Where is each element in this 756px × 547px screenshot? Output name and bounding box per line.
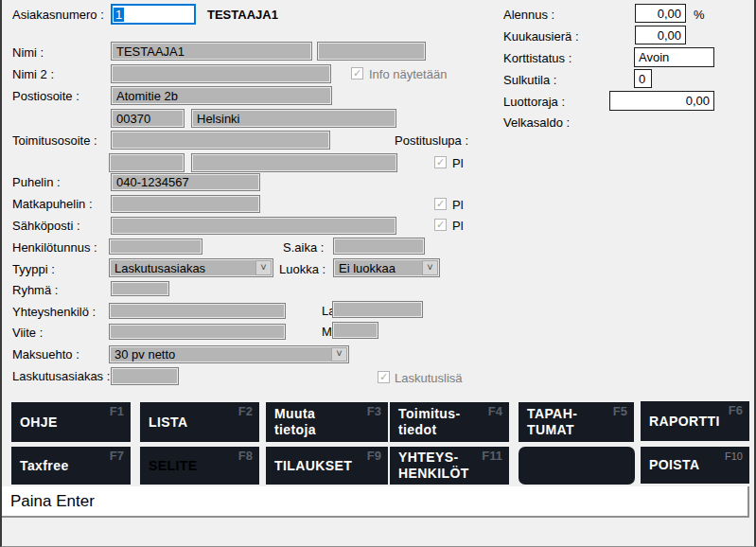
checkbox-check-icon: ✓ [353,67,361,79]
nimi-input[interactable]: TESTAAJA1 [111,42,312,61]
maksuehto-label: Maksuehto : [12,347,79,362]
kuukausiera-input[interactable]: 0,00 [635,26,686,44]
postituslupa-label: Postituslupa : [395,133,468,148]
button-label: SELITE [149,458,197,474]
checkbox-check-icon: ✓ [436,156,445,168]
fkey-badge: F5 [613,405,627,418]
fkey-badge: F4 [488,405,502,418]
fkey-badge: F8 [238,450,253,463]
customer-form-window: Asiakasnumero : 1 TESTAAJA1 Alennus : 0,… [0,0,756,547]
pl-checkbox-1[interactable]: ✓ [434,156,447,168]
taxfree-button[interactable]: Taxfree F7 [11,447,131,485]
nimi2-input[interactable] [111,64,331,83]
button-label: Taxfree [20,458,69,474]
viite-label: Viite : [12,326,43,340]
matkapuhelin-input[interactable] [111,195,260,213]
sahkoposti-input[interactable] [111,217,396,235]
empty-function-button[interactable] [519,447,635,485]
nimi2-label: Nimi 2 : [12,67,54,81]
korttistatus-label: Korttistatus : [503,51,571,65]
toimitusosoite-input[interactable] [111,131,330,150]
postinumero-input[interactable]: 00370 [111,109,185,128]
yhteyshenkilot-button[interactable]: YHTEYS- HENKILÖT F11 [390,447,509,485]
chevron-down-icon[interactable]: ˅ [255,260,272,275]
toimitus-postinumero-input[interactable] [109,153,185,172]
yhteyshenkilo-input[interactable] [109,303,286,319]
saika-input[interactable] [333,238,425,255]
button-label: TAPAH- TUMAT [527,406,577,438]
laji-input[interactable] [332,301,423,318]
button-label: OHJE [20,415,58,431]
pl-checkbox-2[interactable]: ✓ [434,198,447,210]
luokka-label: Luokka : [279,262,325,276]
tyyppi-label: Tyyppi : [12,262,55,276]
poista-button[interactable]: POISTA F10 [641,447,749,484]
pl-label-3: Pl [452,219,464,233]
puhelin-label: Puhelin : [12,175,61,189]
saika-label: S.aika : [283,240,324,255]
luottoraja-label: Luottoraja : [503,95,565,109]
selected-text: 1 [114,8,124,22]
fkey-badge: F10 [725,450,743,463]
button-label: Muuta tietoja [274,406,316,438]
button-label: TILAUKSET [274,458,352,474]
chevron-down-icon[interactable]: ˅ [331,347,347,362]
luokka-selected-value: Ei luokkaa [339,261,396,275]
luokka-select[interactable]: Ei luokkaa ˅ [333,258,440,277]
toimitus-kaupunki-input[interactable] [191,153,397,172]
laskutusasiakas-input[interactable] [111,367,179,385]
ohje-button[interactable]: OHJE F1 [11,402,131,442]
customer-name-display: TESTAAJA1 [207,8,278,22]
status-bar: Paina Enter [2,486,749,518]
fkey-badge: F2 [238,405,253,418]
kuukausiera-label: Kuukausierä : [503,29,579,44]
pl-checkbox-3[interactable]: ✓ [434,219,447,231]
laskutuslisa-checkbox[interactable]: ✓ [378,371,390,383]
button-label: LISTA [149,415,187,431]
checkbox-check-icon: ✓ [379,371,388,382]
luottoraja-input[interactable]: 0,00 [609,91,714,111]
korttistatus-input[interactable]: Avoin [634,47,714,67]
button-label: RAPORTTI [649,414,720,430]
checkbox-check-icon: ✓ [436,219,445,230]
selite-button[interactable]: SELITE F8 [140,447,259,485]
pl-label-2: Pl [452,198,464,212]
checkbox-check-icon: ✓ [436,198,445,209]
toimitus-tiedot-button[interactable]: Toimitus- tiedot F4 [390,402,509,442]
sahkoposti-label: Sähköposti : [12,219,80,233]
henkilotunnus-input[interactable] [109,238,202,255]
kaupunki-input[interactable]: Helsinki [191,109,396,128]
toimitusosoite-label: Toimitusosoite : [12,133,97,148]
info-naytetaan-label: Info näytetään [369,67,447,81]
mla-input[interactable] [332,322,378,339]
info-naytetaan-checkbox[interactable]: ✓ [351,67,363,79]
asiakasnumero-input[interactable]: 1 [111,4,196,25]
nimi-extra-input[interactable] [317,42,426,61]
asiakasnumero-label: Asiakasnumero : [12,8,104,22]
lista-button[interactable]: LISTA F2 [140,402,259,442]
sulkutila-input[interactable]: 0 [634,69,652,88]
button-label: Toimitus- tiedot [398,406,461,438]
tyyppi-select[interactable]: Laskutusasiakas ˅ [109,258,273,277]
tapahtumat-button[interactable]: TAPAH- TUMAT F5 [519,402,634,442]
fkey-badge: F6 [729,404,743,417]
alennus-percent-suffix: % [694,8,705,22]
alennus-input[interactable]: 0,00 [635,4,686,23]
fkey-badge: F9 [367,450,381,463]
muuta-tietoja-button[interactable]: Muuta tietoja F3 [266,402,388,442]
puhelin-input[interactable]: 040-1234567 [111,173,260,191]
postiosoite-input[interactable]: Atomitie 2b [111,86,332,105]
viite-input[interactable] [109,324,286,340]
chevron-down-icon[interactable]: ˅ [422,260,438,275]
laskutusasiakas-label: Laskutusasiakas : [12,369,110,383]
ryhma-input[interactable] [111,281,169,296]
maksuehto-selected-value: 30 pv netto [114,347,175,362]
fkey-badge: F11 [482,450,502,463]
raportti-button[interactable]: RAPORTTI F6 [641,401,749,441]
sulkutila-label: Sulkutila : [503,73,556,87]
fkey-badge: F3 [367,405,381,418]
fkey-badge: F1 [110,405,124,418]
maksuehto-select[interactable]: 30 pv netto ˅ [109,345,349,363]
laskutuslisa-label: Laskutuslisä [395,371,463,385]
tilaukset-button[interactable]: TILAUKSET F9 [266,447,388,485]
